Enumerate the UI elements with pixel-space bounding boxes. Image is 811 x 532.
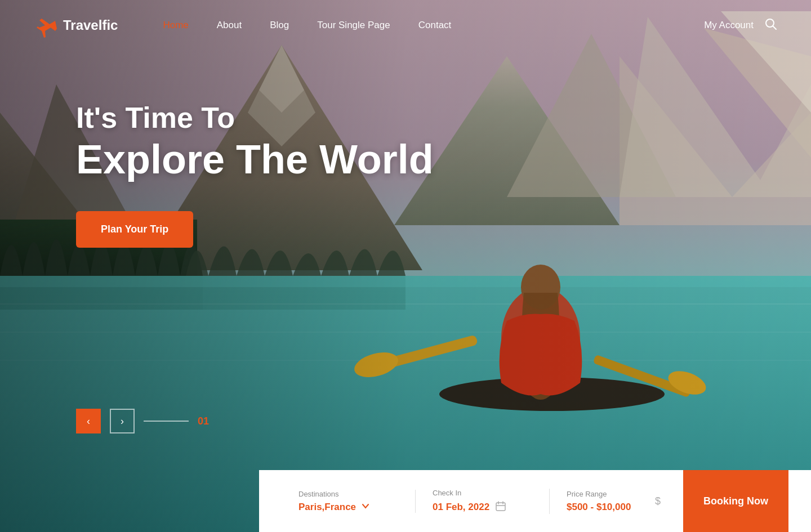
svg-point-19: [501, 287, 580, 388]
nav-blog[interactable]: Blog: [270, 20, 289, 31]
my-account-link[interactable]: My Account: [704, 20, 754, 31]
hero-content: It's Time To Explore The World Plan Your…: [76, 101, 434, 248]
svg-rect-23: [593, 355, 692, 398]
checkin-label: Check In: [433, 489, 532, 497]
nav-tour-single[interactable]: Tour Single Page: [317, 20, 390, 31]
nav-links: Home About Blog Tour Single Page Contact: [163, 20, 704, 31]
logo[interactable]: Travelfic: [34, 13, 118, 38]
nav-right: My Account: [704, 18, 777, 33]
svg-point-22: [351, 348, 401, 381]
destination-label: Destinations: [298, 490, 398, 498]
hero-section: Travelfic Home About Blog Tour Single Pa…: [0, 0, 811, 532]
svg-point-20: [521, 265, 560, 310]
nav-contact[interactable]: Contact: [418, 20, 452, 31]
svg-rect-29: [496, 503, 505, 511]
svg-marker-1: [620, 56, 811, 225]
slider-next-button[interactable]: ›: [110, 409, 135, 433]
navbar: Travelfic Home About Blog Tour Single Pa…: [0, 0, 811, 51]
search-icon[interactable]: [765, 18, 777, 33]
svg-point-24: [665, 366, 709, 399]
svg-marker-9: [507, 34, 676, 197]
checkin-field[interactable]: Check In 01 Feb, 2022: [416, 489, 550, 514]
svg-point-18: [439, 377, 665, 411]
svg-rect-0: [0, 0, 811, 532]
nav-home[interactable]: Home: [163, 20, 188, 31]
logo-icon: [34, 13, 59, 38]
hero-title: Explore The World: [76, 137, 434, 182]
svg-line-28: [773, 26, 776, 29]
checkin-value-row: 01 Feb, 2022: [433, 500, 532, 514]
nav-about[interactable]: About: [217, 20, 242, 31]
checkin-value: 01 Feb, 2022: [433, 502, 489, 513]
destination-field[interactable]: Destinations Paris,France: [282, 490, 416, 513]
booking-bar: Destinations Paris,France Check In 01 Fe…: [259, 470, 811, 532]
destination-dropdown-icon[interactable]: [362, 502, 369, 512]
slider-progress: [144, 421, 189, 422]
calendar-icon[interactable]: [495, 500, 506, 514]
destination-value: Paris,France: [298, 502, 356, 513]
svg-rect-21: [367, 334, 478, 373]
svg-rect-14: [0, 276, 811, 287]
slider-controls: ‹ › 01: [76, 409, 209, 433]
slider-prev-button[interactable]: ‹: [76, 409, 101, 433]
price-value-row: $500 - $10,000: [567, 502, 655, 513]
price-label: Price Range: [567, 490, 655, 498]
plan-trip-button[interactable]: Plan Your Trip: [76, 211, 193, 248]
hero-subtitle: It's Time To: [76, 101, 434, 135]
slider-number: 01: [198, 415, 209, 427]
brand-name: Travelfic: [63, 17, 118, 33]
price-field[interactable]: Price Range $500 - $10,000 $: [550, 490, 683, 513]
price-value: $500 - $10,000: [567, 502, 631, 513]
destination-value-row: Paris,France: [298, 502, 398, 513]
dollar-icon: $: [655, 495, 661, 507]
booking-now-button[interactable]: Booking Now: [683, 470, 788, 532]
svg-rect-25: [0, 0, 811, 532]
